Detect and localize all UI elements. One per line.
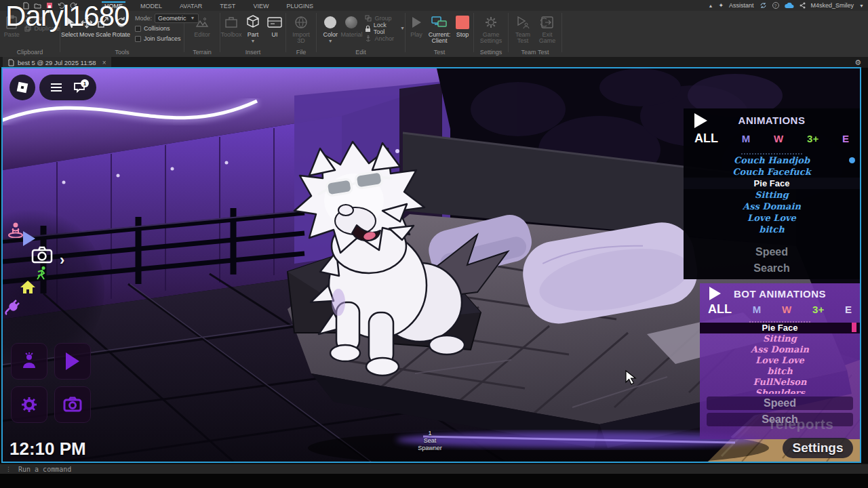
topbar-pill: 1 [39, 75, 96, 100]
part-cube-icon [246, 14, 260, 30]
tab-e[interactable]: E [842, 133, 849, 144]
settings-button[interactable]: Settings [783, 438, 853, 458]
list-item[interactable]: Ass Domain [684, 201, 860, 212]
part-button[interactable]: Part ▼ [243, 14, 263, 43]
team-test-button[interactable]: Team Test [511, 14, 534, 44]
list-item[interactable]: Ass Domain [700, 344, 860, 355]
ribbon-menu-tabs: HOME MODEL AVATAR TEST VIEW PLUGINS [102, 1, 316, 10]
ui-button[interactable]: UI [264, 14, 285, 38]
menu-tab-avatar[interactable]: AVATAR [177, 1, 205, 10]
ui-icon [267, 14, 282, 30]
tab-e[interactable]: E [845, 304, 852, 315]
play-button[interactable]: Play [406, 14, 427, 38]
tab-3plus[interactable]: 3+ [807, 133, 818, 144]
tab-all[interactable]: ALL [708, 302, 732, 317]
list-item-selected[interactable]: Pie Face [700, 323, 860, 333]
stop-button[interactable]: Stop [452, 14, 473, 38]
character-spin-icon[interactable] [7, 220, 24, 241]
toolbox-button[interactable]: Toolbox [221, 14, 241, 38]
assistant-button[interactable]: Assistant [729, 2, 754, 9]
watermark-text: Daryl1680 [5, 0, 129, 33]
viewport-options-gear-icon[interactable]: ⚙ [854, 58, 861, 67]
list-item[interactable]: bitch [684, 224, 860, 235]
menu-tab-view[interactable]: VIEW [250, 1, 271, 10]
list-item-clipped[interactable]: Shoulders [700, 388, 860, 394]
hamburger-menu-icon[interactable] [50, 83, 62, 92]
anchor-button[interactable]: Anchor [365, 35, 405, 43]
side-play-icon[interactable] [23, 231, 35, 246]
command-bar: ⋮ [0, 464, 868, 474]
menu-bar: HOME MODEL AVATAR TEST VIEW PLUGINS ▲ ✦ … [0, 0, 868, 11]
bot-filter-tabs: ALL M W 3+ E [700, 302, 860, 317]
expand-chevron-icon[interactable]: › [60, 251, 64, 269]
bot-speed-button[interactable]: Speed [707, 396, 853, 410]
list-item[interactable]: Love Love [684, 212, 860, 224]
part-dropdown-caret[interactable]: ▼ [251, 39, 256, 43]
username-label[interactable]: M4sked_Smiley [811, 2, 854, 9]
document-icon [8, 59, 14, 66]
camera-snapshot-button[interactable] [54, 386, 91, 423]
help-icon[interactable]: ? [772, 2, 779, 9]
settings-gear-button[interactable] [11, 386, 47, 423]
camera-icon[interactable] [31, 246, 53, 266]
tab-m[interactable]: M [742, 133, 751, 144]
character-button[interactable] [11, 343, 47, 380]
home-icon[interactable] [19, 279, 37, 298]
plug-icon[interactable] [3, 298, 22, 318]
tab-3plus[interactable]: 3+ [812, 304, 824, 315]
list-item[interactable]: FullNelson [700, 377, 860, 388]
game-settings-button[interactable]: Game Settings [479, 14, 502, 44]
list-item[interactable]: bitch [700, 366, 860, 377]
current-client-button[interactable]: Current:Client [428, 14, 451, 44]
collisions-checkbox[interactable] [135, 26, 141, 32]
join-surfaces-checkbox[interactable] [135, 36, 141, 42]
tab-w[interactable]: W [774, 133, 783, 144]
speed-button[interactable]: Speed [684, 246, 860, 258]
animations-title: ANIMATIONS [684, 115, 860, 126]
import-3d-icon [294, 14, 308, 30]
document-tab[interactable]: best 5 @ 29 Jul 2025 11:58 × [3, 57, 111, 68]
color-dropdown-caret[interactable]: ▼ [328, 39, 333, 43]
lock-tool-button[interactable]: Lock Tool▼ [365, 24, 405, 33]
list-item[interactable]: Sitting [684, 189, 860, 201]
color-button[interactable]: Color ▼ [321, 14, 340, 43]
tab-m[interactable]: M [753, 304, 762, 315]
command-input[interactable] [17, 465, 288, 474]
exit-game-button[interactable]: Exit Game [536, 14, 559, 44]
game-viewport[interactable]: 1 › [1, 67, 861, 463]
animations-panel: ANIMATIONS ALL M W 3+ E Couch Handjob Co… [684, 108, 860, 279]
list-item-selected[interactable]: Pie Face [684, 178, 860, 189]
chat-button[interactable]: 1 [73, 82, 85, 93]
menu-tab-plugins[interactable]: PLUGINS [283, 1, 316, 10]
cloud-icon [785, 3, 794, 9]
bot-animations-title: BOT ANIMATIONS [700, 288, 860, 300]
tab-all[interactable]: ALL [694, 131, 718, 146]
roblox-menu-button[interactable] [9, 75, 35, 100]
share-icon[interactable] [800, 2, 806, 9]
menu-tab-model[interactable]: MODEL [138, 1, 165, 10]
list-item[interactable]: Couch Handjob [684, 155, 860, 166]
user-menu-caret-icon[interactable]: ▼ [859, 3, 864, 8]
document-tab-strip: best 5 @ 29 Jul 2025 11:58 × ⚙ [0, 57, 868, 68]
list-item[interactable]: Sitting [700, 333, 860, 344]
menu-tab-test[interactable]: TEST [217, 1, 238, 10]
scrollbar-dot[interactable] [849, 157, 855, 163]
terrain-editor-button[interactable]: Editor [191, 14, 214, 38]
search-button[interactable]: Search [684, 262, 860, 274]
roblox-logo-icon [16, 81, 29, 94]
close-tab-icon[interactable]: × [102, 59, 106, 66]
file-group: Import 3D File [286, 11, 316, 57]
test-group: Play Current:Client Stop Test [406, 11, 473, 57]
list-item[interactable]: Love Love [700, 355, 860, 366]
scrollbar-thumb[interactable] [852, 323, 856, 332]
import-3d-button[interactable]: Import 3D [290, 14, 313, 44]
sync-icon[interactable] [760, 2, 767, 9]
grip-dots-icon: ⋮ [5, 466, 12, 472]
gear-icon [484, 14, 498, 30]
material-button[interactable]: Material [341, 14, 361, 38]
lock-icon [365, 25, 370, 33]
collapse-ribbon-icon[interactable]: ▲ [709, 3, 713, 8]
list-item[interactable]: Couch Facefuck [684, 166, 860, 178]
tab-w[interactable]: W [782, 304, 791, 315]
play-animation-button[interactable] [54, 343, 91, 380]
